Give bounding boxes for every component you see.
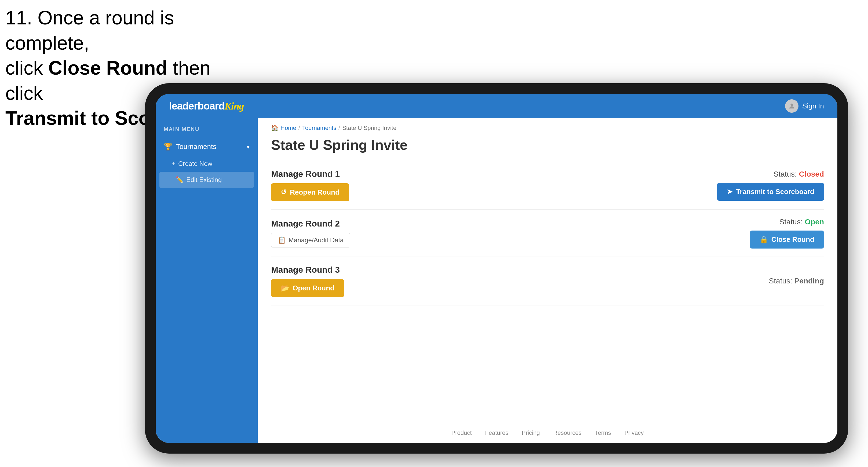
round-3-left: Manage Round 3 📂 Open Round <box>271 265 344 297</box>
round-2-title: Manage Round 2 <box>271 219 350 229</box>
breadcrumb-home[interactable]: Home <box>280 125 296 131</box>
tablet-shell: leaderboardKing Sign In MAIN MENU 🏆 Tour… <box>145 83 848 454</box>
logo-text: leaderboardKing <box>169 100 244 112</box>
breadcrumb-sep2: / <box>338 125 340 131</box>
transmit-label: Transmit to Scoreboard <box>736 188 814 196</box>
round-3-status: Status: Pending <box>769 277 824 285</box>
tablet-screen: leaderboardKing Sign In MAIN MENU 🏆 Tour… <box>156 94 837 443</box>
round-3-right: Status: Pending <box>769 277 824 285</box>
round-2-status: Status: Open <box>779 218 824 226</box>
app-layout: MAIN MENU 🏆 Tournaments + Create New ✏️ … <box>156 118 837 443</box>
sidebar: MAIN MENU 🏆 Tournaments + Create New ✏️ … <box>156 118 258 443</box>
footer-terms[interactable]: Terms <box>595 429 611 436</box>
edit-existing-label: Edit Existing <box>186 176 222 184</box>
lock-icon: 🔒 <box>760 236 768 244</box>
user-avatar <box>785 99 799 113</box>
breadcrumb-current: State U Spring Invite <box>342 125 396 131</box>
footer-resources[interactable]: Resources <box>553 429 581 436</box>
footer: Product Features Pricing Resources Terms… <box>258 423 837 443</box>
svg-point-2 <box>790 103 793 106</box>
round-1-status: Status: Closed <box>774 170 824 179</box>
breadcrumb-sep1: / <box>299 125 300 131</box>
logo-king: King <box>225 100 244 112</box>
edit-icon: ✏️ <box>176 176 184 184</box>
breadcrumb: 🏠 Home / Tournaments / State U Spring In… <box>258 118 837 134</box>
sidebar-create-new[interactable]: + Create New <box>156 156 258 172</box>
round-1-left: Manage Round 1 ↺ Reopen Round <box>271 169 349 201</box>
round-1-status-value: Closed <box>799 170 824 178</box>
round-3-title: Manage Round 3 <box>271 265 344 275</box>
round-3-status-value: Pending <box>795 277 824 285</box>
rounds-container: Manage Round 1 ↺ Reopen Round Status: Cl… <box>258 161 837 423</box>
plus-icon: + <box>172 160 176 167</box>
footer-privacy[interactable]: Privacy <box>624 429 644 436</box>
close-round-button[interactable]: 🔒 Close Round <box>750 230 824 249</box>
open-round-button[interactable]: 📂 Open Round <box>271 279 344 297</box>
transmit-icon: ➤ <box>727 188 733 196</box>
page-title: State U Spring Invite <box>258 134 837 161</box>
close-round-label: Close Round <box>771 236 814 244</box>
breadcrumb-tournaments[interactable]: Tournaments <box>302 125 336 131</box>
reopen-round-button[interactable]: ↺ Reopen Round <box>271 183 349 201</box>
footer-product[interactable]: Product <box>451 429 472 436</box>
round-1-title: Manage Round 1 <box>271 169 349 179</box>
round-2-status-value: Open <box>805 218 824 226</box>
sign-in-area[interactable]: Sign In <box>785 99 824 113</box>
create-new-label: Create New <box>178 160 212 167</box>
breadcrumb-home-icon: 🏠 <box>271 125 278 131</box>
app-logo: leaderboardKing <box>169 100 244 112</box>
main-menu-label: MAIN MENU <box>156 126 258 138</box>
round-2-right: Status: Open 🔒 Close Round <box>750 218 824 249</box>
round-1-row: Manage Round 1 ↺ Reopen Round Status: Cl… <box>271 161 824 210</box>
footer-features[interactable]: Features <box>485 429 508 436</box>
manage-audit-label: Manage/Audit Data <box>288 237 344 244</box>
footer-pricing[interactable]: Pricing <box>522 429 540 436</box>
tournaments-label: Tournaments <box>176 143 216 151</box>
round-2-left: Manage Round 2 📋 Manage/Audit Data <box>271 219 350 247</box>
folder-icon: 📂 <box>281 284 289 292</box>
main-content: 🏠 Home / Tournaments / State U Spring In… <box>258 118 837 443</box>
round-2-row: Manage Round 2 📋 Manage/Audit Data Statu… <box>271 210 824 257</box>
top-bar: leaderboardKing Sign In <box>156 94 837 118</box>
chevron-down-icon <box>247 143 250 151</box>
reopen-round-label: Reopen Round <box>290 188 340 196</box>
clipboard-icon: 📋 <box>278 237 286 244</box>
round-1-right: Status: Closed ➤ Transmit to Scoreboard <box>717 170 824 201</box>
sidebar-edit-existing[interactable]: ✏️ Edit Existing <box>159 172 254 188</box>
round-3-row: Manage Round 3 📂 Open Round Status: Pend… <box>271 257 824 305</box>
manage-audit-button[interactable]: 📋 Manage/Audit Data <box>271 233 350 247</box>
sidebar-item-tournaments-left: 🏆 Tournaments <box>164 143 216 151</box>
sign-in-label[interactable]: Sign In <box>802 102 824 110</box>
trophy-icon: 🏆 <box>164 143 172 151</box>
open-round-label: Open Round <box>292 284 334 292</box>
sidebar-item-tournaments[interactable]: 🏆 Tournaments <box>156 138 258 156</box>
reopen-icon: ↺ <box>281 188 287 196</box>
transmit-to-scoreboard-button[interactable]: ➤ Transmit to Scoreboard <box>717 183 824 201</box>
